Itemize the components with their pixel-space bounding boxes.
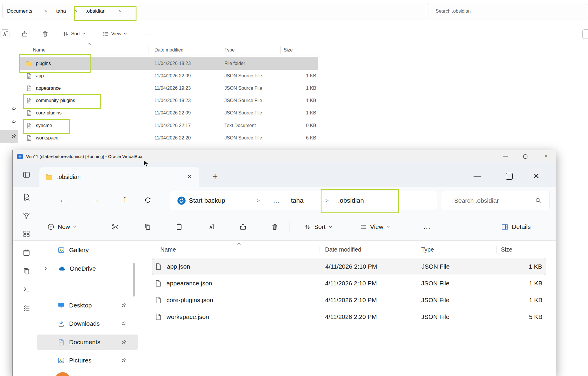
file-row-core-plugins-json[interactable]: core-plugins.json 4/11/2026 2:10 PM JSON… <box>152 292 546 309</box>
sidebar-item-gallery[interactable]: Gallery <box>37 242 138 258</box>
refresh-button[interactable] <box>144 196 152 204</box>
json-file-icon <box>26 110 32 116</box>
file-type: JSON File <box>421 309 449 325</box>
sort-label: Sort <box>71 31 80 36</box>
details-pane-button[interactable] <box>582 29 588 39</box>
sidebar-scrollbar[interactable] <box>133 263 135 297</box>
file-size: 1 KB <box>278 82 316 94</box>
breadcrumb-item-documents[interactable]: Documents <box>7 3 32 19</box>
delete-button[interactable] <box>42 30 49 37</box>
file-date: 11/04/2026 22:17 <box>154 119 191 132</box>
file-type: JSON File <box>422 258 450 275</box>
breadcrumb-item-start-backup[interactable]: Start backup <box>189 191 225 210</box>
explorer-close-button[interactable]: × <box>529 169 543 183</box>
vbox-titlebar[interactable]: Win11 (stabe-before-atomics) [Running] -… <box>13 150 556 163</box>
file-row-app-json[interactable]: app.json 4/11/2026 2:10 PM JSON File 1 K… <box>152 258 546 275</box>
new-tab-button[interactable]: + <box>209 170 221 183</box>
back-button[interactable]: ← <box>59 194 68 204</box>
task-list-icon[interactable] <box>22 304 31 312</box>
explorer-minimize-button[interactable]: — <box>470 169 484 183</box>
document-search-icon[interactable] <box>22 193 31 201</box>
annotation-highlight-plugins-row <box>19 54 91 73</box>
sidebar-item-downloads[interactable]: Downloads <box>37 316 138 331</box>
toolbar-divider <box>101 221 101 233</box>
sort-button[interactable]: Sort <box>304 219 332 234</box>
rename-button[interactable] <box>207 223 215 231</box>
json-file-icon <box>26 73 32 79</box>
up-button[interactable]: ↑ <box>123 194 127 204</box>
paste-button[interactable] <box>175 223 183 231</box>
vbox-close-button[interactable]: × <box>540 150 552 162</box>
details-pane-icon <box>501 223 509 231</box>
breadcrumb-item-taha[interactable]: taha <box>56 3 66 19</box>
file-size: 1 KB <box>278 70 316 82</box>
sidebar-item-label: Gallery <box>69 247 89 254</box>
host-address-bar[interactable]: Documents > taha > .obsidian > <box>2 3 425 19</box>
host-search-box[interactable]: Search .obsidian <box>427 3 588 19</box>
file-name: appearance <box>36 82 61 94</box>
terminal-icon[interactable] <box>22 285 31 293</box>
file-date: 4/11/2026 2:10 PM <box>325 275 377 292</box>
downloads-icon <box>57 320 65 327</box>
sort-icon <box>62 31 69 37</box>
sidebar-item-pictures[interactable]: Pictures <box>37 353 138 368</box>
file-name: workspace.json <box>166 309 209 325</box>
file-row-appearance-json[interactable]: appearance.json 4/11/2026 2:10 PM JSON F… <box>152 275 546 292</box>
breadcrumb-item-taha[interactable]: taha <box>291 191 304 210</box>
vbox-minimize-button[interactable]: — <box>499 150 511 162</box>
details-label: Details <box>512 223 531 230</box>
file-type: JSON File <box>421 292 449 308</box>
view-button[interactable]: View <box>360 219 390 234</box>
view-button[interactable]: View <box>102 28 127 39</box>
delete-button[interactable] <box>271 223 279 231</box>
column-header-date-modified[interactable]: Date modified <box>154 44 184 56</box>
rename-button[interactable] <box>1 29 9 38</box>
file-date: 11/04/2026 19:23 <box>154 82 191 94</box>
breadcrumb-overflow-button[interactable]: … <box>273 191 279 210</box>
file-date: 11/04/2026 22:20 <box>154 132 191 144</box>
column-header-type[interactable]: Type <box>224 44 235 56</box>
network-nodes-icon[interactable] <box>22 212 31 220</box>
cut-button[interactable] <box>111 223 119 231</box>
breadcrumb-separator-icon: > <box>256 191 260 210</box>
sort-button[interactable]: Sort <box>62 28 86 39</box>
sidebar-item-documents[interactable]: Documents <box>37 335 138 350</box>
more-options-button[interactable]: … <box>423 219 431 234</box>
forward-button[interactable]: → <box>91 194 100 204</box>
grid-apps-icon[interactable] <box>22 230 31 238</box>
sort-ascending-icon <box>87 42 91 46</box>
sidebar-toggle-icon[interactable] <box>22 171 31 179</box>
file-size: 1 KB <box>501 292 542 308</box>
column-header-date-modified[interactable]: Date modified <box>325 243 361 256</box>
share-button[interactable] <box>239 223 247 231</box>
pictures-icon <box>57 357 65 364</box>
toolbar-divider <box>289 221 289 233</box>
vm-search-box[interactable]: Search .obsidiar <box>441 191 550 210</box>
sidebar-item-onedrive[interactable]: OneDrive <box>37 261 138 276</box>
file-row-workspace-json[interactable]: workspace.json 4/11/2026 2:20 PM JSON Fi… <box>152 309 546 326</box>
vbox-maximize-button[interactable] <box>519 150 531 162</box>
share-button[interactable] <box>21 30 28 37</box>
sidebar-item-desktop[interactable]: Desktop <box>37 298 138 313</box>
tab-close-icon[interactable]: × <box>187 167 191 186</box>
view-icon <box>360 223 367 231</box>
folder-icon <box>45 173 53 181</box>
copy-button[interactable] <box>144 223 151 231</box>
new-button[interactable]: New <box>47 219 77 234</box>
column-header-size[interactable]: Size <box>501 243 512 256</box>
file-row-appearance[interactable]: appearance 11/04/2026 19:23 JSON Source … <box>19 82 318 94</box>
details-button[interactable]: Details <box>501 219 531 234</box>
file-date: 11/04/2026 22:09 <box>154 70 191 82</box>
more-options-button[interactable]: … <box>145 28 151 39</box>
clipboard-pages-icon[interactable] <box>22 267 31 275</box>
explorer-tab-obsidian[interactable]: .obsidian × <box>39 167 199 187</box>
column-header-size[interactable]: Size <box>284 44 293 56</box>
json-file-icon <box>154 296 162 304</box>
column-header-name[interactable]: Name <box>160 243 176 256</box>
calendar-icon[interactable] <box>22 249 31 257</box>
column-header-type[interactable]: Type <box>421 243 434 256</box>
sidebar-item-label: Documents <box>69 339 100 346</box>
sidebar-item-label: Desktop <box>69 302 92 309</box>
explorer-maximize-button[interactable] <box>506 173 513 180</box>
file-size: 1 KB <box>501 258 542 275</box>
